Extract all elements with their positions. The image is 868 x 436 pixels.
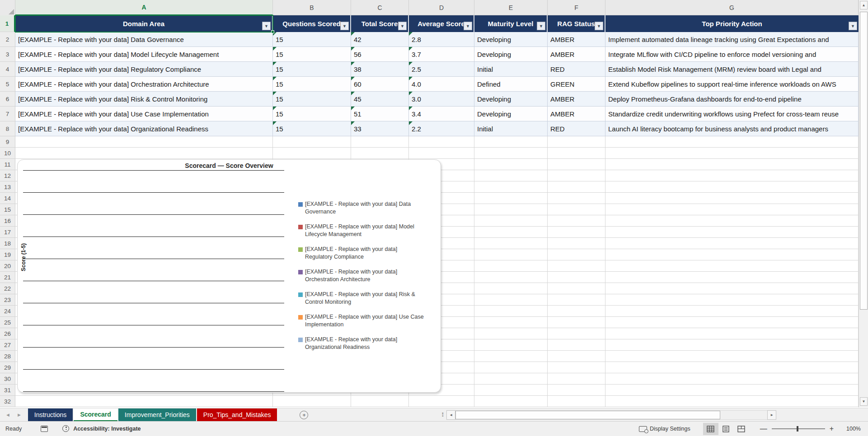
row-number-7[interactable]: 7 xyxy=(0,107,15,121)
column-header-c[interactable]: C xyxy=(351,0,409,15)
cell-b2[interactable]: 15 xyxy=(273,32,351,47)
filter-dropdown-icon[interactable]: ▼ xyxy=(262,22,271,30)
row-number-20[interactable]: 20 xyxy=(0,260,15,272)
horizontal-scrollbar[interactable]: ◄ ► xyxy=(446,410,776,420)
row-number-13[interactable]: 13 xyxy=(0,181,15,193)
cell-d3[interactable]: 3.7 xyxy=(409,47,474,62)
cell-d4[interactable]: 2.5 xyxy=(409,62,474,77)
row-number-22[interactable]: 22 xyxy=(0,283,15,294)
row-number-8[interactable]: 8 xyxy=(0,121,15,136)
cell-b7[interactable]: 15 xyxy=(273,107,351,121)
scroll-left-button[interactable]: ◄ xyxy=(446,410,455,420)
new-sheet-button[interactable]: + xyxy=(300,411,308,419)
cell-f8[interactable]: RED xyxy=(548,121,605,136)
cell-g2[interactable]: Implement automated data lineage trackin… xyxy=(605,32,859,47)
filter-dropdown-icon[interactable]: ▼ xyxy=(340,22,349,30)
cell-b6[interactable]: 15 xyxy=(273,92,351,107)
cell-b3[interactable]: 15 xyxy=(273,47,351,62)
row-number-14[interactable]: 14 xyxy=(0,193,15,204)
cell-c7[interactable]: 51 xyxy=(351,107,409,121)
cell-f2[interactable]: AMBER xyxy=(548,32,605,47)
cell-d6[interactable]: 3.0 xyxy=(409,92,474,107)
cell-b5[interactable]: 15 xyxy=(273,77,351,92)
sheet-nav-right-icon[interactable]: ► xyxy=(17,412,22,417)
row-number-12[interactable]: 12 xyxy=(0,170,15,181)
cell-f7[interactable]: AMBER xyxy=(548,107,605,121)
cell-a6[interactable]: [EXAMPLE - Replace with your data] Risk … xyxy=(15,92,273,107)
cell-a8[interactable]: [EXAMPLE - Replace with your data] Organ… xyxy=(15,121,273,136)
row-number-2[interactable]: 2 xyxy=(0,32,15,47)
cell-g7[interactable]: Standardize credit underwriting workflow… xyxy=(605,107,859,121)
select-all-corner[interactable] xyxy=(0,0,15,15)
row-number-30[interactable]: 30 xyxy=(0,373,15,385)
row-number-4[interactable]: 4 xyxy=(0,62,15,77)
column-header-g[interactable]: G xyxy=(605,0,859,15)
sheet-tab-pro_tips_and_mistakes[interactable]: Pro_Tips_and_Mistakes xyxy=(197,408,277,421)
cell-c8[interactable]: 33 xyxy=(351,121,409,136)
cell-b4[interactable]: 15 xyxy=(273,62,351,77)
row-number-32[interactable]: 32 xyxy=(0,396,15,407)
cell-f6[interactable]: AMBER xyxy=(548,92,605,107)
zoom-out-button[interactable]: — xyxy=(755,425,772,433)
filter-dropdown-icon[interactable]: ▼ xyxy=(595,22,603,30)
cell-g5[interactable]: Extend Kubeflow pipelines to support rea… xyxy=(605,77,859,92)
column-header-a[interactable]: A xyxy=(15,0,273,15)
cell-g3[interactable]: Integrate MLflow with CI/CD pipeline to … xyxy=(605,47,859,62)
scorecard-chart[interactable]: Scorecard — Score Overview Score (1-5) [… xyxy=(17,159,441,393)
cell-a4[interactable]: [EXAMPLE - Replace with your data] Regul… xyxy=(15,62,273,77)
cell-c2[interactable]: 42 xyxy=(351,32,409,47)
cell-a7[interactable]: [EXAMPLE - Replace with your data] Use C… xyxy=(15,107,273,121)
row-number-29[interactable]: 29 xyxy=(0,362,15,373)
vertical-scroll-thumb[interactable] xyxy=(860,12,868,310)
tab-splitter-icon[interactable]: ⁞⁞ xyxy=(441,412,443,418)
sheet-nav-left-icon[interactable]: ◄ xyxy=(5,412,10,417)
cell-e8[interactable]: Initial xyxy=(474,121,548,136)
row-number-27[interactable]: 27 xyxy=(0,339,15,351)
filter-dropdown-icon[interactable]: ▼ xyxy=(464,22,472,30)
cell-b8[interactable]: 15 xyxy=(273,121,351,136)
cell-c6[interactable]: 45 xyxy=(351,92,409,107)
zoom-slider-thumb[interactable] xyxy=(797,426,798,431)
row-number-3[interactable]: 3 xyxy=(0,47,15,62)
cell-g8[interactable]: Launch AI literacy bootcamp for business… xyxy=(605,121,859,136)
cell-d5[interactable]: 4.0 xyxy=(409,77,474,92)
vertical-scrollbar[interactable]: ▲ ▼ xyxy=(859,0,868,408)
filter-dropdown-icon[interactable]: ▼ xyxy=(537,22,545,30)
normal-view-button[interactable] xyxy=(703,423,718,435)
accessibility-status[interactable]: Accessibility: Investigate xyxy=(73,426,141,432)
column-header-f[interactable]: F xyxy=(548,0,605,15)
cell-d7[interactable]: 3.4 xyxy=(409,107,474,121)
page-layout-view-button[interactable] xyxy=(718,423,734,435)
filter-dropdown-icon[interactable]: ▼ xyxy=(398,22,407,30)
zoom-level[interactable]: 100% xyxy=(842,426,861,432)
scroll-right-button[interactable]: ► xyxy=(767,410,776,420)
row-number-25[interactable]: 25 xyxy=(0,317,15,328)
cell-e4[interactable]: Initial xyxy=(474,62,548,77)
scroll-down-button[interactable]: ▼ xyxy=(860,397,868,406)
row-number-15[interactable]: 15 xyxy=(0,204,15,215)
cell-g6[interactable]: Deploy Prometheus-Grafana dashboards for… xyxy=(605,92,859,107)
zoom-in-button[interactable]: + xyxy=(825,425,838,433)
cell-e3[interactable]: Developing xyxy=(474,47,548,62)
horizontal-scroll-track[interactable] xyxy=(455,410,767,420)
column-header-e[interactable]: E xyxy=(474,0,548,15)
cell-c3[interactable]: 56 xyxy=(351,47,409,62)
row-number-28[interactable]: 28 xyxy=(0,351,15,362)
filter-dropdown-icon[interactable]: ▼ xyxy=(849,22,857,30)
cell-c5[interactable]: 60 xyxy=(351,77,409,92)
sheet-tab-improvement_priorities[interactable]: Improvement_Priorities xyxy=(118,408,196,421)
column-header-b[interactable]: B xyxy=(273,0,351,15)
cell-c4[interactable]: 38 xyxy=(351,62,409,77)
cell-e6[interactable]: Developing xyxy=(474,92,548,107)
row-number-5[interactable]: 5 xyxy=(0,77,15,92)
cell-e7[interactable]: Developing xyxy=(474,107,548,121)
row-number-24[interactable]: 24 xyxy=(0,306,15,317)
sheet-tab-scorecard[interactable]: Scorecard xyxy=(74,408,117,421)
row-number-17[interactable]: 17 xyxy=(0,227,15,238)
cell-a2[interactable]: [EXAMPLE - Replace with your data] Data … xyxy=(15,32,273,47)
sheet-tab-instructions[interactable]: Instructions xyxy=(28,408,73,421)
cell-f4[interactable]: RED xyxy=(548,62,605,77)
cell-d2[interactable]: 2.8 xyxy=(409,32,474,47)
cell-e2[interactable]: Developing xyxy=(474,32,548,47)
record-macro-icon[interactable] xyxy=(41,426,48,432)
